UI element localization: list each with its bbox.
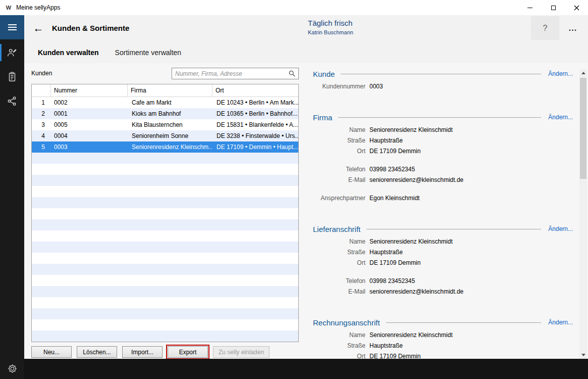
field-row: Name Seniorenresidenz Kleinschmidt	[313, 124, 573, 135]
table-header: Nummer Firma Ort	[32, 84, 298, 97]
field-row: Ort DE 17109 Demmin	[313, 146, 573, 156]
account-name: Täglich frisch	[308, 19, 353, 27]
minimize-button[interactable]	[518, 0, 542, 15]
account-switcher[interactable]: Täglich frisch Katrin Buschmann	[308, 19, 353, 35]
field-label: Ansprechpartner	[313, 195, 369, 202]
field-label: E-Mail	[313, 288, 369, 295]
field-row: Straße Hauptstraße	[313, 135, 573, 146]
cell-ort: DE 17109 • Demmin • Haupt...	[212, 144, 298, 151]
table-row[interactable]: 3 0005 Kita Blausternchen DE 15831 • Bla…	[32, 119, 298, 130]
section-header: Firma Ändern...	[313, 112, 573, 123]
field-label: Ort	[313, 148, 369, 155]
cell-ort: DE 15831 • Blankenfelde • A...	[212, 121, 298, 128]
help-button[interactable]: ?	[531, 16, 559, 40]
scrollbar-thumb[interactable]	[580, 78, 586, 179]
field-value: Hauptstraße	[369, 249, 403, 256]
field-row: Ort DE 17109 Demmin	[313, 257, 573, 268]
column-header-firma[interactable]: Firma	[128, 84, 212, 97]
column-header-ort[interactable]: Ort	[212, 84, 298, 97]
customers-table: Nummer Firma Ort 1 0002 Cafe am Markt DE…	[31, 84, 299, 342]
section-title: Rechnungsanschrift	[313, 318, 380, 327]
field-label: Kundennummer	[313, 83, 369, 90]
table-row[interactable]: 1 0002 Cafe am Markt DE 10243 • Berlin •…	[32, 97, 298, 108]
more-button[interactable]: ...	[562, 16, 584, 40]
title-bar: W Meine sellyApps	[0, 0, 588, 15]
section-divider	[366, 229, 541, 229]
change-firma-link[interactable]: Ändern...	[548, 114, 573, 121]
footer-bar	[0, 359, 588, 379]
tab-sortimente-verwalten[interactable]: Sortimente verwalten	[115, 49, 182, 57]
section-header: Lieferanschrift Ändern...	[313, 223, 573, 234]
field-value: Seniorenresidenz Kleinschmidt	[369, 126, 453, 133]
field-label: Straße	[313, 137, 369, 144]
invite-to-selly-button[interactable]: Zu selly einladen	[213, 346, 270, 358]
close-button[interactable]	[565, 0, 588, 15]
scroll-up-button[interactable]	[579, 69, 587, 77]
export-button[interactable]: Export	[168, 346, 208, 358]
cell-nummer: 0001	[51, 110, 128, 117]
column-header-nummer[interactable]: Nummer	[51, 84, 128, 97]
cell-firma: Kita Blausternchen	[128, 121, 212, 128]
field-label: Straße	[313, 249, 369, 256]
minimize-icon	[527, 8, 532, 8]
delete-button[interactable]: Löschen...	[77, 346, 117, 358]
cell-firma: Seniorenresidenz Kleinschm...	[128, 144, 212, 151]
cell-ort: DE 3238 • Finsterwalde • Urs...	[212, 132, 298, 139]
change-lieferanschrift-link[interactable]: Ändern...	[548, 225, 573, 232]
cell-index: 5	[32, 144, 51, 151]
section-divider	[341, 74, 541, 74]
section-title: Firma	[313, 113, 332, 122]
menu-button[interactable]	[0, 15, 24, 39]
cell-index: 2	[32, 110, 51, 117]
new-button[interactable]: Neu...	[31, 346, 72, 358]
tab-strip: Kunden verwalten Sortimente verwalten	[24, 41, 588, 63]
field-value: DE 17109 Demmin	[369, 148, 420, 155]
section-lieferanschrift: Lieferanschrift Ändern... Name Seniorenr…	[313, 223, 573, 297]
column-header-index[interactable]	[32, 84, 51, 97]
chevron-up-icon	[581, 72, 585, 74]
change-rechnungsanschrift-link[interactable]: Ändern...	[548, 319, 573, 326]
field-value: Hauptstraße	[369, 137, 403, 144]
search-input[interactable]	[172, 70, 289, 77]
detail-scrollbar[interactable]	[579, 69, 587, 359]
cell-index: 3	[32, 121, 51, 128]
field-row: Kundennummer 0003	[313, 81, 573, 91]
maximize-icon	[551, 6, 556, 10]
cell-firma: Cafe am Markt	[128, 99, 212, 106]
sidebar-item-listen[interactable]	[0, 66, 24, 88]
scroll-down-button[interactable]	[579, 351, 587, 359]
field-label: Name	[313, 126, 369, 133]
table-row[interactable]: 2 0001 Kioks am Bahnhof DE 10365 • Berli…	[32, 108, 298, 119]
import-button[interactable]: Import...	[122, 346, 163, 358]
field-row: E-Mail seniorenresidenz@kleinschmidt.de	[313, 286, 573, 297]
table-row-selected[interactable]: 5 0003 Seniorenresidenz Kleinschm... DE …	[32, 141, 298, 153]
back-button[interactable]: ←	[29, 19, 47, 37]
field-row: Straße Hauptstraße	[313, 340, 573, 351]
table-row[interactable]: 4 0004 Seniorenheim Sonne DE 3238 • Fins…	[32, 130, 298, 141]
action-buttons: Neu... Löschen... Import... Export Zu se…	[31, 346, 270, 358]
cell-nummer: 0004	[51, 132, 128, 139]
field-label: Straße	[313, 342, 369, 349]
cell-index: 1	[32, 99, 51, 106]
page-title: Kunden & Sortimente	[52, 24, 129, 32]
sidebar-item-kunden-sortimente[interactable]	[0, 41, 24, 64]
tab-kunden-verwalten[interactable]: Kunden verwalten	[38, 49, 99, 57]
maximize-button[interactable]	[542, 0, 565, 15]
section-divider	[338, 117, 541, 118]
share-icon	[7, 96, 18, 107]
settings-button[interactable]	[0, 359, 24, 377]
section-firma: Firma Ändern... Name Seniorenresidenz Kl…	[313, 112, 573, 203]
hamburger-icon	[8, 24, 17, 30]
search-icon[interactable]	[289, 70, 295, 77]
section-title: Kunde	[313, 70, 335, 78]
field-row: Telefon 03998 23452345	[313, 275, 573, 286]
app-icon: W	[5, 5, 13, 11]
app-header: ← Kunden & Sortimente Täglich frisch Kat…	[24, 15, 588, 41]
field-value: seniorenresidenz@kleinschmidt.de	[369, 176, 463, 183]
cell-firma: Seniorenheim Sonne	[128, 132, 212, 139]
sidebar-item-teilen[interactable]	[0, 90, 24, 112]
field-label: E-Mail	[313, 176, 369, 183]
change-kunde-link[interactable]: Ändern...	[548, 70, 573, 77]
user-name: Katrin Buschmann	[308, 29, 353, 35]
field-value: Seniorenresidenz Kleinschmidt	[369, 331, 453, 339]
